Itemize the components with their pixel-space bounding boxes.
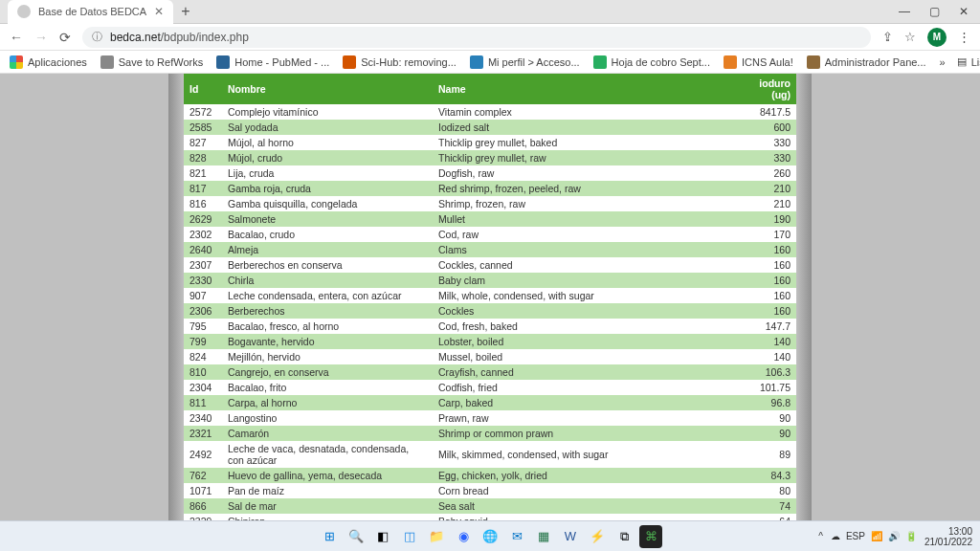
taskview-icon[interactable]: ◧ — [371, 525, 394, 548]
table-row[interactable]: 2629SalmoneteMullet190 — [184, 211, 796, 227]
table-row[interactable]: 907Leche condensada, entera, con azúcarM… — [184, 288, 796, 303]
cell-name: Baby squid — [433, 514, 739, 520]
forward-button[interactable]: → — [34, 30, 48, 45]
bookmark-item[interactable]: Sci-Hub: removing... — [343, 55, 457, 69]
cell-nombre: Berberechos — [222, 303, 433, 319]
close-icon[interactable]: ✕ — [154, 5, 164, 18]
cell-name: Lobster, boiled — [433, 334, 739, 349]
bookmark-item[interactable]: Mi perfil > Acceso... — [470, 55, 580, 69]
explorer-icon[interactable]: 📁 — [425, 525, 448, 548]
cell-id: 828 — [184, 150, 222, 165]
url-input[interactable]: ⓘ bedca.net/bdpub/index.php — [82, 27, 871, 48]
cell-nombre: Mejillón, hervido — [222, 349, 433, 364]
page-body[interactable]: Id Nombre Name ioduro (ug) 2572Complejo … — [184, 74, 796, 520]
maximize-icon[interactable]: ▢ — [929, 5, 940, 18]
reading-list-icon: ▤ — [957, 55, 967, 68]
table-row[interactable]: 828Mújol, crudoThicklip grey mullet, raw… — [184, 150, 796, 165]
table-row[interactable]: 2640AlmejaClams160 — [184, 242, 796, 257]
volume-icon[interactable]: 🔊 — [888, 531, 900, 541]
cell-id: 2640 — [184, 242, 222, 257]
bookmark-item[interactable]: Home - PubMed - ... — [216, 55, 329, 69]
browser-tab[interactable]: Base de Datos BEDCA ✕ — [8, 0, 173, 24]
table-row[interactable]: 2585Sal yodadaIodized salt600 — [184, 120, 796, 135]
bookmark-item[interactable]: Save to RefWorks — [100, 55, 203, 69]
clock[interactable]: 13:00 21/01/2022 — [924, 526, 972, 547]
table-row[interactable]: 824Mejillón, hervidoMussel, boiled140 — [184, 349, 796, 364]
bookmark-item[interactable]: ICNS Aula! — [724, 55, 793, 69]
bookmark-star-icon[interactable]: ☆ — [904, 30, 916, 44]
col-ioduro[interactable]: ioduro (ug) — [739, 74, 796, 104]
bookmarks-overflow-icon[interactable]: » — [940, 56, 946, 68]
table-row[interactable]: 2307Berberechos en conservaCockles, cann… — [184, 257, 796, 273]
cell-val: 80 — [739, 483, 796, 498]
cell-name: Milk, whole, condensed, with sugar — [433, 288, 739, 303]
cell-id: 2340 — [184, 410, 222, 426]
bookmark-item[interactable]: Administrador Pane... — [807, 55, 926, 69]
cell-val: 160 — [739, 288, 796, 303]
app-icon[interactable]: ⌘ — [639, 525, 662, 548]
col-name[interactable]: Name — [433, 74, 739, 104]
tab-title: Base de Datos BEDCA — [38, 6, 146, 17]
apps-button[interactable]: Aplicaciones — [10, 55, 87, 69]
word-icon[interactable]: W — [559, 525, 582, 548]
cell-name: Codfish, fried — [433, 380, 739, 395]
table-row[interactable]: 827Mújol, al hornoThicklip grey mullet, … — [184, 135, 796, 150]
share-icon[interactable]: ⇪ — [882, 30, 893, 44]
profile-avatar[interactable]: M — [927, 28, 947, 47]
reading-list-button[interactable]: ▤Lista de lectura — [957, 55, 980, 68]
bookmark-item[interactable]: Hoja de cobro Sept... — [593, 55, 710, 69]
table-row[interactable]: 2340LangostinoPrawn, raw90 — [184, 410, 796, 426]
excel-icon[interactable]: ▦ — [532, 525, 555, 548]
cell-name: Shrimp, frozen, raw — [433, 196, 739, 211]
app-icon[interactable]: ◉ — [452, 525, 475, 548]
reload-button[interactable]: ⟳ — [59, 30, 71, 45]
widgets-icon[interactable]: ◫ — [398, 525, 421, 548]
cell-val: 64 — [739, 514, 796, 520]
chrome-icon[interactable]: 🌐 — [479, 525, 501, 548]
table-row[interactable]: 810Cangrejo, en conservaCrayfish, canned… — [184, 364, 796, 380]
col-nombre[interactable]: Nombre — [222, 74, 433, 104]
table-row[interactable]: 866Sal de marSea salt74 — [184, 498, 796, 514]
menu-icon[interactable]: ⋮ — [958, 30, 970, 44]
tab-favicon — [17, 5, 31, 18]
cell-id: 2492 — [184, 441, 222, 468]
table-row[interactable]: 2330ChirlaBaby clam160 — [184, 273, 796, 288]
battery-icon[interactable]: 🔋 — [905, 531, 917, 541]
table-row[interactable]: 1071Pan de maízCorn bread80 — [184, 483, 796, 498]
table-row[interactable]: 821Lija, crudaDogfish, raw260 — [184, 165, 796, 181]
new-tab-button[interactable]: + — [181, 3, 189, 20]
table-row[interactable]: 817Gamba roja, crudaRed shrimp, frozen, … — [184, 181, 796, 196]
cell-id: 2321 — [184, 426, 222, 441]
cell-nombre: Carpa, al horno — [222, 395, 433, 410]
minimize-icon[interactable]: — — [899, 5, 910, 18]
cell-nombre: Berberechos en conserva — [222, 257, 433, 273]
table-row[interactable]: 795Bacalao, fresco, al hornoCod, fresh, … — [184, 319, 796, 334]
wifi-icon[interactable]: 📶 — [871, 531, 882, 541]
table-row[interactable]: 2304Bacalao, fritoCodfish, fried101.75 — [184, 380, 796, 395]
app-icon[interactable]: ⚡ — [586, 525, 609, 548]
table-row[interactable]: 2572Complejo vitamínicoVitamin complex84… — [184, 104, 796, 120]
start-button[interactable]: ⊞ — [318, 525, 341, 548]
onedrive-icon[interactable]: ☁ — [831, 531, 840, 541]
table-row[interactable]: 2306BerberechosCockles160 — [184, 303, 796, 319]
cell-val: 160 — [739, 257, 796, 273]
table-row[interactable]: 2321CamarónShrimp or common prawn90 — [184, 426, 796, 441]
col-id[interactable]: Id — [184, 74, 222, 104]
close-window-icon[interactable]: ✕ — [959, 5, 969, 18]
tray-overflow-icon[interactable]: ^ — [818, 531, 823, 541]
back-button[interactable]: ← — [10, 30, 23, 45]
table-row[interactable]: 762Huevo de gallina, yema, desecadaEgg, … — [184, 468, 796, 483]
site-info-icon[interactable]: ⓘ — [92, 30, 102, 44]
outlook-icon[interactable]: ✉ — [505, 525, 528, 548]
table-row[interactable]: 799Bogavante, hervidoLobster, boiled140 — [184, 334, 796, 349]
table-row[interactable]: 816Gamba quisquilla, congeladaShrimp, fr… — [184, 196, 796, 211]
bookmark-icon — [470, 55, 483, 69]
dropbox-icon[interactable]: ⧉ — [612, 525, 635, 548]
table-row[interactable]: 2329ChipironBaby squid64 — [184, 514, 796, 520]
search-icon[interactable]: 🔍 — [345, 525, 368, 548]
language-indicator[interactable]: ESP — [846, 531, 865, 541]
table-row[interactable]: 2302Bacalao, crudoCod, raw170 — [184, 227, 796, 242]
cell-name: Carp, baked — [433, 395, 739, 410]
table-row[interactable]: 811Carpa, al hornoCarp, baked96.8 — [184, 395, 796, 410]
table-row[interactable]: 2492Leche de vaca, desnatada, condensada… — [184, 441, 796, 468]
